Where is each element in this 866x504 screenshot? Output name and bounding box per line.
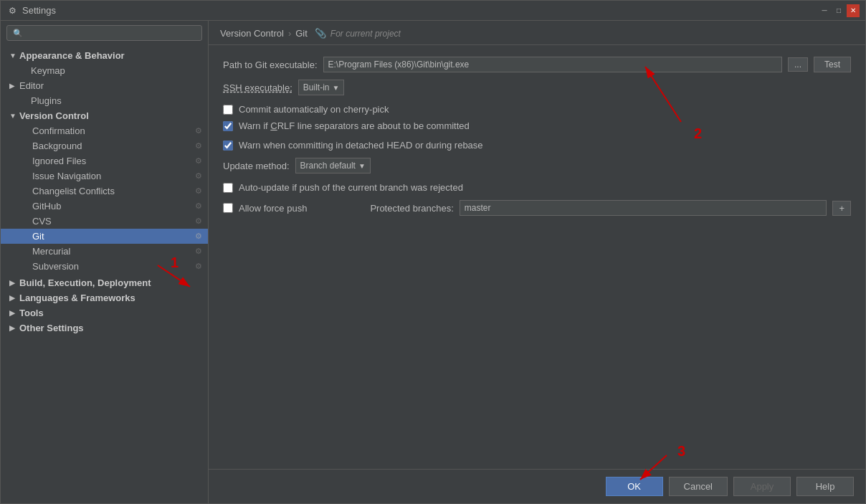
main-content: 🔍 ▼ Appearance & Behavior Keymap ▶ Edi: [1, 21, 865, 503]
minimize-button[interactable]: ─: [818, 4, 831, 17]
app-icon: ⚙: [6, 5, 18, 16]
panel-header: Version Control › Git 📎 For current proj…: [209, 21, 865, 45]
dropdown-arrow-icon: ▼: [358, 162, 366, 170]
settings-icon: ⚙: [195, 186, 202, 196]
breadcrumb-part1: Version Control: [220, 28, 284, 39]
expand-arrow-icon: ▼: [9, 52, 19, 60]
sidebar: 🔍 ▼ Appearance & Behavior Keymap ▶ Edi: [1, 21, 209, 503]
sidebar-item-plugins[interactable]: Plugins: [1, 93, 208, 108]
settings-icon: ⚙: [195, 201, 202, 211]
sidebar-item-build[interactable]: ▶ Build, Execution, Deployment: [1, 275, 208, 290]
sidebar-item-cvs[interactable]: CVS ⚙: [1, 214, 208, 229]
titlebar: ⚙ Settings ─ □ ✕: [1, 1, 865, 21]
bottom-bar: OK Cancel Apply Help: [209, 469, 865, 503]
auto-update-row: Auto-update if push of the current branc…: [223, 181, 851, 194]
expand-arrow-icon: ▶: [9, 279, 19, 287]
warn-detached-label: Warn when committing in detached HEAD or…: [239, 140, 483, 151]
help-button[interactable]: Help: [796, 477, 854, 496]
ssh-value: Built-in: [303, 82, 330, 92]
cherry-pick-row: Commit automatically on cherry-pick: [223, 103, 851, 116]
test-button[interactable]: Test: [814, 57, 851, 72]
cherry-pick-label: Commit automatically on cherry-pick: [239, 104, 389, 115]
sidebar-item-issue-navigation[interactable]: Issue Navigation ⚙: [1, 168, 208, 184]
settings-icon: ⚙: [195, 262, 202, 271]
dropdown-arrow-icon: ▼: [333, 84, 340, 92]
cherry-pick-checkbox[interactable]: [223, 105, 233, 115]
sidebar-item-github[interactable]: GitHub ⚙: [1, 199, 208, 214]
ok-button[interactable]: OK: [606, 477, 663, 496]
sidebar-item-other-settings[interactable]: ▶ Other Settings: [1, 320, 208, 336]
warn-detached-checkbox[interactable]: [223, 141, 233, 151]
sidebar-item-editor[interactable]: ▶ Editor: [1, 78, 208, 93]
sidebar-item-keymap[interactable]: Keymap: [1, 63, 208, 78]
sidebar-item-tools[interactable]: ▶ Tools: [1, 305, 208, 320]
warn-detached-row: Warn when committing in detached HEAD or…: [223, 138, 851, 152]
update-method-row: Update method: Branch default ▼: [223, 158, 851, 173]
settings-icon: ⚙: [195, 171, 202, 181]
maximize-button[interactable]: □: [832, 4, 845, 17]
git-path-label: Path to Git executable:: [223, 60, 318, 70]
auto-update-checkbox[interactable]: [223, 183, 233, 193]
expand-arrow-icon: ▶: [9, 309, 19, 317]
apply-button[interactable]: Apply: [733, 477, 791, 496]
sidebar-item-languages[interactable]: ▶ Languages & Frameworks: [1, 290, 208, 305]
settings-icon: ⚙: [195, 141, 202, 151]
expand-arrow-icon: ▶: [9, 324, 19, 332]
settings-icon: ⚙: [195, 126, 202, 135]
update-method-dropdown[interactable]: Branch default ▼: [295, 158, 371, 173]
search-input[interactable]: [26, 28, 196, 38]
force-push-container: Allow force push Protected branches: +: [223, 200, 851, 216]
warn-crlf-label: Warn if CRLF line separators are about t…: [239, 120, 470, 131]
close-button[interactable]: ✕: [847, 4, 860, 17]
breadcrumb-sep: ›: [288, 28, 291, 39]
sidebar-item-confirmation[interactable]: Confirmation ⚙: [1, 123, 208, 138]
project-icon: 📎: [315, 28, 326, 39]
project-label: For current project: [330, 29, 401, 39]
protected-branches-input[interactable]: [460, 200, 827, 216]
search-icon: 🔍: [13, 29, 23, 38]
expand-arrow-icon: ▼: [9, 112, 19, 120]
protected-branches-label: Protected branches:: [370, 203, 453, 214]
window-title: Settings: [22, 5, 818, 16]
sidebar-item-background[interactable]: Background ⚙: [1, 138, 208, 153]
auto-update-label: Auto-update if push of the current branc…: [239, 182, 463, 193]
window-controls: ─ □ ✕: [818, 4, 860, 17]
sidebar-item-appearance[interactable]: ▼ Appearance & Behavior: [1, 48, 208, 63]
ssh-row: SSH executable: Built-in ▼: [223, 80, 851, 95]
warn-crlf-checkbox[interactable]: [223, 121, 233, 131]
right-panel: Version Control › Git 📎 For current proj…: [209, 21, 865, 503]
force-push-label: Allow force push: [239, 203, 307, 214]
ssh-dropdown[interactable]: Built-in ▼: [298, 80, 345, 95]
browse-button[interactable]: ...: [788, 57, 808, 72]
force-push-checkbox[interactable]: [223, 203, 233, 213]
settings-icon: ⚙: [195, 232, 202, 241]
force-push-row: Allow force push: [223, 201, 307, 215]
expand-arrow-icon: ▶: [9, 82, 19, 90]
git-path-row: Path to Git executable: ... Test: [223, 57, 851, 72]
cancel-button[interactable]: Cancel: [669, 477, 728, 496]
panel-body: Path to Git executable: ... Test SSH exe…: [209, 45, 865, 469]
sidebar-item-subversion[interactable]: Subversion ⚙: [1, 259, 208, 274]
expand-arrow-icon: ▶: [9, 294, 19, 302]
search-box[interactable]: 🔍: [6, 25, 202, 41]
nav-tree: ▼ Appearance & Behavior Keymap ▶ Editor …: [1, 45, 208, 503]
update-method-label: Update method:: [223, 161, 290, 171]
settings-icon: ⚙: [195, 247, 202, 256]
breadcrumb-part2: Git: [295, 28, 308, 39]
settings-icon: ⚙: [195, 217, 202, 226]
update-method-value: Branch default: [300, 161, 356, 171]
ssh-label: SSH executable:: [223, 82, 292, 93]
sidebar-item-mercurial[interactable]: Mercurial ⚙: [1, 244, 208, 259]
settings-icon: ⚙: [195, 156, 202, 166]
settings-window: ⚙ Settings ─ □ ✕ 🔍 ▼ Appearance & Behavi…: [0, 0, 866, 504]
warn-crlf-row: Warn if CRLF line separators are about t…: [223, 119, 851, 133]
sidebar-item-ignored-files[interactable]: Ignored Files ⚙: [1, 153, 208, 168]
git-path-input[interactable]: [323, 57, 782, 72]
sidebar-item-git[interactable]: Git ⚙: [1, 229, 208, 244]
sidebar-item-version-control[interactable]: ▼ Version Control: [1, 108, 208, 123]
sidebar-item-changelist-conflicts[interactable]: Changelist Conflicts ⚙: [1, 184, 208, 199]
add-protected-branch-button[interactable]: +: [832, 201, 851, 216]
